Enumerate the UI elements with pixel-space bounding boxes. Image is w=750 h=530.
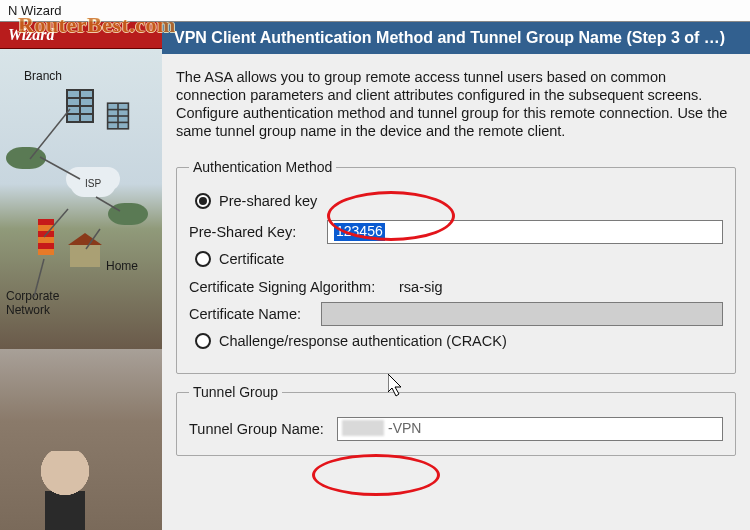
house-icon [70, 245, 100, 267]
cert-alg-value: rsa-sig [399, 278, 443, 296]
radio-preshared-key[interactable]: Pre-shared key [195, 192, 723, 210]
diagram-label-corporate: Corporate Network [6, 289, 59, 317]
window-title: N Wizard [8, 3, 61, 18]
wizard-side-panel: Wizard Branch Corporate Network Home ISP [0, 22, 162, 530]
radio-icon [195, 251, 211, 267]
tunnel-group-legend: Tunnel Group [189, 384, 282, 402]
diagram-label-isp: ISP [85, 178, 101, 189]
building-icon [107, 102, 129, 129]
step-instructions: The ASA allows you to group remote acces… [176, 68, 736, 141]
preshared-key-field-label: Pre-Shared Key: [189, 223, 319, 241]
diagram-label-home: Home [106, 259, 138, 273]
diagram-label-branch: Branch [24, 69, 62, 83]
main-layout: Wizard Branch Corporate Network Home ISP [0, 22, 750, 530]
cloud-icon: ISP [70, 169, 116, 197]
window-titlebar: N Wizard [0, 0, 750, 22]
tunnel-name-row: Tunnel Group Name: -VPN [189, 417, 723, 441]
router-icon [108, 203, 148, 225]
cert-name-input[interactable] [321, 302, 723, 326]
wizard-header: Wizard [0, 22, 162, 49]
tunnel-name-label: Tunnel Group Name: [189, 420, 329, 438]
step-banner: VPN Client Authentication Method and Tun… [162, 22, 750, 54]
tunnel-name-input[interactable]: -VPN [337, 417, 723, 441]
cert-alg-label: Certificate Signing Algorithm: [189, 278, 385, 296]
firewall-icon [38, 219, 54, 255]
crack-label: Challenge/response authentication (CRACK… [219, 332, 507, 350]
radio-icon [195, 193, 211, 209]
radio-icon [195, 333, 211, 349]
building-icon [66, 89, 94, 123]
auth-method-group: Authentication Method Pre-shared key Pre… [176, 159, 736, 374]
preshared-key-field-row: Pre-Shared Key: 123456 [189, 220, 723, 244]
preshared-key-value: 123456 [334, 223, 385, 241]
step-content: The ASA allows you to group remote acces… [162, 54, 750, 474]
radio-certificate[interactable]: Certificate [195, 250, 723, 268]
certificate-label: Certificate [219, 250, 284, 268]
preshared-key-input[interactable]: 123456 [327, 220, 723, 244]
tunnel-group: Tunnel Group Tunnel Group Name: -VPN [176, 384, 736, 457]
cert-name-label: Certificate Name: [189, 305, 313, 323]
network-diagram: Branch Corporate Network Home ISP [0, 49, 162, 349]
cert-name-row: Certificate Name: [189, 302, 723, 326]
content-panel: VPN Client Authentication Method and Tun… [162, 22, 750, 530]
wizard-photo [0, 349, 162, 530]
preshared-key-label: Pre-shared key [219, 192, 317, 210]
auth-method-legend: Authentication Method [189, 159, 336, 177]
cert-alg-row: Certificate Signing Algorithm: rsa-sig [189, 278, 723, 296]
tunnel-name-value: -VPN [388, 420, 421, 436]
radio-crack[interactable]: Challenge/response authentication (CRACK… [195, 332, 723, 350]
router-icon [6, 147, 46, 169]
annotation-circle [312, 454, 440, 496]
